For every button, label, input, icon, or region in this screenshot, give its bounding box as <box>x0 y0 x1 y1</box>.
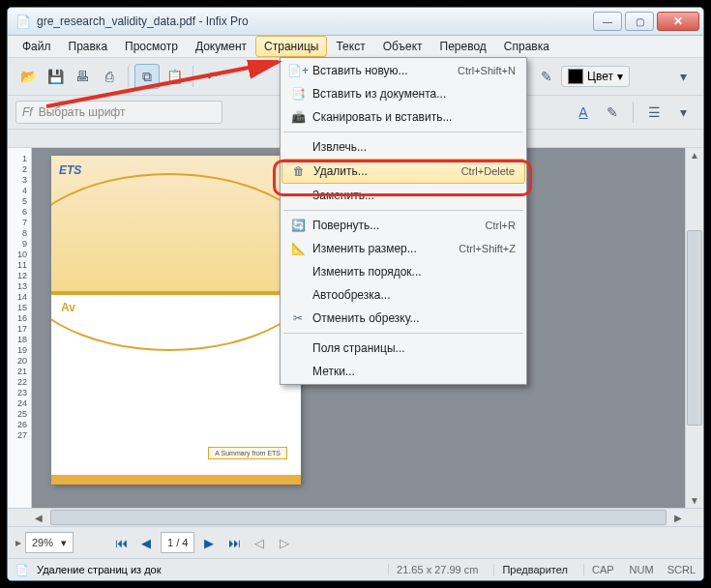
menubar: ФайлПравкаПросмотрДокументСтраницыТекстО… <box>8 36 703 58</box>
menu-item[interactable]: Метки... <box>281 360 525 383</box>
font-placeholder: Выбрать шрифт <box>39 105 126 119</box>
menu-item[interactable]: 🔄Повернуть...Ctrl+R <box>281 214 525 237</box>
overflow-icon[interactable]: ▾ <box>670 64 696 89</box>
menu-справка[interactable]: Справка <box>495 36 558 57</box>
menu-item[interactable]: Извлечь... <box>281 135 525 159</box>
open-button[interactable]: 📂 <box>15 64 41 89</box>
menu-item-label: Поля страницы... <box>309 341 519 355</box>
menu-item-label: Заменить... <box>309 189 519 202</box>
color-picker[interactable]: Цвет ▾ <box>561 66 630 87</box>
menu-item-label: Извлечь... <box>309 140 519 154</box>
status-bar: 📄 Удаление страниц из док 21.65 x 27.99 … <box>8 558 703 580</box>
horizontal-scrollbar[interactable]: ◀ ▶ <box>8 508 703 526</box>
menu-item[interactable]: Изменить порядок... <box>281 260 525 283</box>
menu-item-shortcut: Ctrl+Delete <box>461 165 518 177</box>
menu-item-icon: 🔄 <box>287 219 309 232</box>
menu-item-shortcut: Ctrl+Shift+N <box>458 65 519 76</box>
menu-item-icon: 🗑 <box>288 164 310 178</box>
scroll-up-icon[interactable]: ▲ <box>690 150 699 161</box>
color-swatch <box>568 69 583 84</box>
status-icon: 📄 <box>15 564 29 576</box>
menu-item-label: Изменить размер... <box>309 242 459 255</box>
menu-item[interactable]: 📐Изменить размер...Ctrl+Shift+Z <box>281 237 525 260</box>
first-page-button[interactable]: ⏮ <box>110 533 132 552</box>
pdf-page: ETS Av A Summary from ETS <box>51 156 301 485</box>
doc-badge: Av <box>61 301 75 314</box>
menu-item-shortcut: Ctrl+R <box>486 220 519 231</box>
chevron-down-icon: ▾ <box>61 537 67 549</box>
menu-item[interactable]: ✂Отменить обрезку... <box>281 307 525 330</box>
doc-logo: ETS <box>59 163 81 177</box>
highlighter-icon[interactable]: ✎ <box>600 100 625 125</box>
align-icon[interactable]: ☰ <box>641 100 667 125</box>
menu-item-icon: 📐 <box>287 242 309 255</box>
menu-просмотр[interactable]: Просмотр <box>116 36 187 57</box>
menu-перевод[interactable]: Перевод <box>431 36 495 57</box>
doc-summary: A Summary from ETS <box>208 447 287 459</box>
pencil-icon[interactable]: ✎ <box>534 64 559 89</box>
undo-button[interactable]: ↶ <box>199 64 224 89</box>
menu-item-icon: 📄+ <box>287 64 309 77</box>
menu-item-label: Метки... <box>309 365 519 378</box>
menu-item-label: Сканировать и вставить... <box>309 110 519 124</box>
print-button[interactable]: 🖶 <box>70 64 95 89</box>
menu-item-label: Повернуть... <box>309 219 486 232</box>
menu-item-icon: 📑 <box>287 87 309 101</box>
status-dimensions: 21.65 x 27.99 cm <box>388 564 486 575</box>
menu-item-label: Удалить... <box>310 164 461 178</box>
menu-item-icon: ✂ <box>287 311 309 325</box>
app-icon: 📄 <box>15 14 31 29</box>
menu-item[interactable]: 🗑Удалить...Ctrl+Delete <box>281 159 525 184</box>
page-selector[interactable]: 1 / 4 <box>161 532 194 553</box>
export-button[interactable]: ⎙ <box>97 64 122 89</box>
collapse-icon[interactable]: ▸ <box>15 536 21 549</box>
menu-item[interactable]: Заменить... <box>281 184 525 207</box>
menu-item[interactable]: 📄+Вставить новую...Ctrl+Shift+N <box>281 59 525 82</box>
menu-item-label: Автообрезка... <box>309 288 519 302</box>
paste-button[interactable]: 📋 <box>162 64 187 89</box>
overflow-icon-2[interactable]: ▾ <box>670 100 696 125</box>
menu-item[interactable]: 📠Сканировать и вставить... <box>281 105 525 129</box>
menu-item-shortcut: Ctrl+Shift+Z <box>459 243 519 254</box>
menu-объект[interactable]: Объект <box>374 36 431 57</box>
font-selector[interactable]: Ff Выбрать шрифт <box>15 101 222 124</box>
vertical-ruler: 1234567891011121314151617181920212223242… <box>8 148 32 508</box>
menu-правка[interactable]: Правка <box>60 36 117 57</box>
window-title: gre_research_validity_data.pdf - Infix P… <box>37 15 593 28</box>
minimize-button[interactable]: — <box>593 12 622 31</box>
next-page-button[interactable]: ▶ <box>198 533 220 552</box>
titlebar: 📄 gre_research_validity_data.pdf - Infix… <box>8 8 703 36</box>
save-button[interactable]: 💾 <box>43 64 68 89</box>
pages-menu-dropdown: 📄+Вставить новую...Ctrl+Shift+N📑Вставить… <box>280 57 527 385</box>
menu-item-icon: 📠 <box>287 110 309 124</box>
menu-item[interactable]: 📑Вставить из документа... <box>281 82 525 105</box>
last-page-button[interactable]: ⏭ <box>223 533 245 552</box>
menu-item-label: Вставить новую... <box>309 64 458 77</box>
chevron-down-icon: ▾ <box>617 70 623 83</box>
text-color-icon[interactable]: A <box>571 100 596 125</box>
navigation-bar: ▸ 29% ▾ ⏮ ◀ 1 / 4 ▶ ⏭ ◁ ▷ <box>8 526 703 558</box>
status-caps: CAP <box>583 564 622 575</box>
status-preview: Предварител <box>493 564 576 575</box>
close-button[interactable]: ✕ <box>657 12 699 31</box>
menu-файл[interactable]: Файл <box>14 36 60 57</box>
prev-page-button[interactable]: ◀ <box>135 533 157 552</box>
menu-item-label: Отменить обрезку... <box>309 311 519 325</box>
color-label: Цвет <box>587 70 613 83</box>
status-num: NUM <box>630 564 654 575</box>
status-scrl: SCRL <box>662 564 696 575</box>
menu-item-label: Изменить порядок... <box>309 265 519 279</box>
zoom-selector[interactable]: 29% ▾ <box>25 532 74 553</box>
menu-item[interactable]: Поля страницы... <box>281 337 525 360</box>
menu-документ[interactable]: Документ <box>187 36 255 57</box>
maximize-button[interactable]: ▢ <box>625 12 654 31</box>
copy-button[interactable]: ⧉ <box>134 64 160 89</box>
prev-view-button[interactable]: ◁ <box>249 533 270 552</box>
scroll-down-icon[interactable]: ▼ <box>690 495 699 506</box>
next-view-button[interactable]: ▷ <box>274 533 295 552</box>
menu-текст[interactable]: Текст <box>327 36 373 57</box>
menu-item[interactable]: Автообрезка... <box>281 283 525 307</box>
menu-страницы[interactable]: Страницы <box>255 36 327 57</box>
vertical-scrollbar[interactable]: ▲ ▼ <box>685 148 703 508</box>
menu-item-label: Вставить из документа... <box>309 87 519 101</box>
